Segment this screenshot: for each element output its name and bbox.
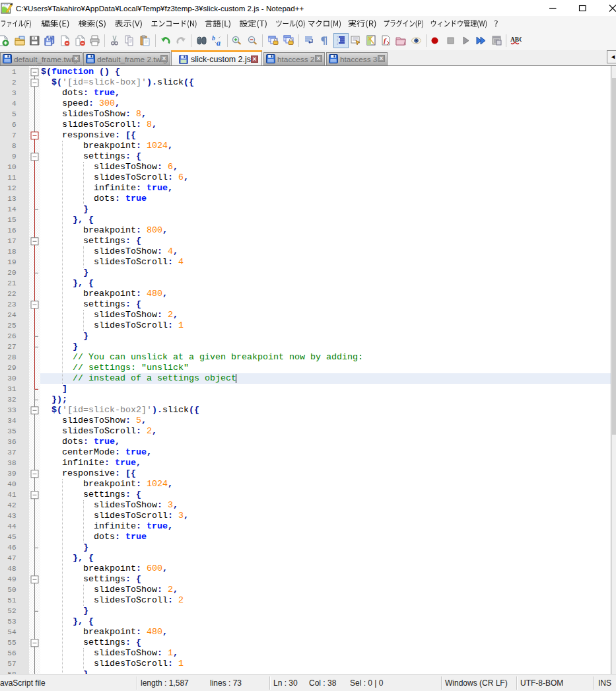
svg-text:b: b	[212, 35, 215, 42]
svg-text:ABC: ABC	[510, 36, 522, 43]
svg-text:a: a	[217, 38, 221, 46]
